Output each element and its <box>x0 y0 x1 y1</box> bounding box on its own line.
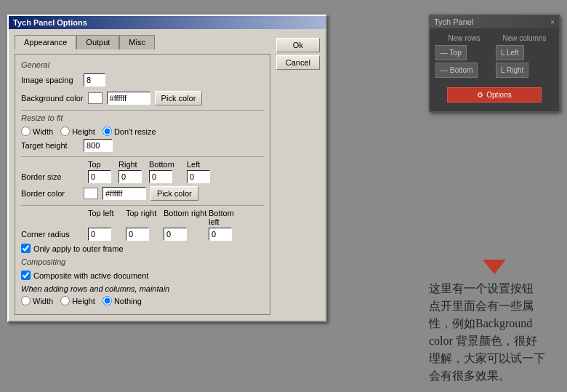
corner-bottom-right-input[interactable] <box>164 228 187 241</box>
annotation-block: 这里有一个设置按钮点开里面会有一些属性，例如Backgroundcolor 背景… <box>429 260 560 385</box>
resize-radio-group: Width Height Don't resize <box>21 127 264 136</box>
border-pick-color-button[interactable]: Pick color <box>150 186 198 201</box>
maintain-nothing-label: Nothing <box>114 297 142 305</box>
border-color-row: Border color Pick color <box>21 186 264 201</box>
corner-bottom-left-input[interactable] <box>209 228 232 241</box>
maintain-nothing-option[interactable]: Nothing <box>102 296 142 305</box>
main-dialog: Tych Panel Options Appearance Output Mis… <box>7 15 327 322</box>
gear-icon: ⚙ <box>477 91 483 99</box>
resize-height-option[interactable]: Height <box>60 127 95 136</box>
new-columns-header: New columns <box>496 34 553 42</box>
tab-appearance[interactable]: Appearance <box>15 35 76 49</box>
maintain-height-option[interactable]: Height <box>60 296 95 305</box>
down-arrow-icon <box>483 260 506 274</box>
target-height-row: Target height <box>21 139 264 152</box>
border-header: Top Right Bottom Left <box>21 160 264 169</box>
target-height-label: Target height <box>21 141 79 150</box>
tab-bar: Appearance Output Misc <box>15 35 270 49</box>
maintaining-section: When adding rows and columns, maintain W… <box>21 284 264 305</box>
only-outer-frame-label[interactable]: Only apply to outer frame <box>21 244 264 253</box>
corner-header: Top left Top right Bottom right Bottom l… <box>21 209 264 226</box>
border-bottom-input[interactable] <box>149 170 172 183</box>
corner-section: Top left Top right Bottom right Bottom l… <box>21 205 264 253</box>
border-size-row: Border size <box>21 170 264 183</box>
border-size-label: Border size <box>21 172 87 181</box>
right-button[interactable]: L Right <box>496 63 528 78</box>
target-height-input[interactable] <box>84 139 113 152</box>
top-button[interactable]: — Top <box>435 45 467 60</box>
bottom-button[interactable]: — Bottom <box>435 63 478 78</box>
corner-radius-row: Corner radius <box>21 228 264 241</box>
background-color-input[interactable] <box>107 92 150 105</box>
compositing-label: Compositing <box>21 257 264 266</box>
resize-width-radio[interactable] <box>21 127 31 136</box>
border-bottom-header: Bottom <box>149 160 185 169</box>
resize-dont-radio[interactable] <box>102 127 112 136</box>
border-left-input[interactable] <box>187 170 210 183</box>
compositing-section: Compositing Composite with active docume… <box>21 257 264 280</box>
annotation-text: 这里有一个设置按钮点开里面会有一些属性，例如Backgroundcolor 背景… <box>429 280 560 385</box>
tych-panel-window: Tych Panel × New rows — Top — Bottom New… <box>429 15 560 112</box>
border-top-header: Top <box>88 160 117 169</box>
maintain-nothing-radio[interactable] <box>102 296 112 305</box>
maintain-height-label: Height <box>72 297 95 305</box>
background-color-row: Background color Pick color <box>21 91 264 105</box>
border-color-input[interactable] <box>102 187 146 200</box>
resize-dont-label: Don't resize <box>114 127 156 136</box>
resize-width-option[interactable]: Width <box>21 127 53 136</box>
background-color-label: Background color <box>21 94 84 103</box>
tych-panel-title-bar: Tych Panel × <box>430 15 559 28</box>
corner-top-right-input[interactable] <box>126 228 149 241</box>
maintain-width-radio[interactable] <box>21 296 31 305</box>
border-color-swatch[interactable] <box>84 188 98 199</box>
resize-height-label: Height <box>72 127 95 136</box>
left-panel: Appearance Output Misc General Image spa… <box>15 35 270 315</box>
image-spacing-label: Image spacing <box>21 76 79 84</box>
only-outer-frame-checkbox[interactable] <box>21 244 31 253</box>
corner-top-left-header: Top left <box>88 209 124 226</box>
tab-output[interactable]: Output <box>76 35 119 49</box>
tych-panel-content: New rows — Top — Bottom New columns L Le… <box>430 28 559 111</box>
border-left-header: Left <box>187 160 216 169</box>
corner-bottom-right-header: Bottom right <box>164 209 207 226</box>
appearance-content: General Image spacing Background color P… <box>15 54 270 315</box>
composite-active-label[interactable]: Composite with active document <box>21 271 264 280</box>
maintaining-label: When adding rows and columns, maintain <box>21 284 264 293</box>
tych-panel-close-icon[interactable]: × <box>550 18 555 26</box>
border-top-input[interactable] <box>88 170 111 183</box>
border-section: Top Right Bottom Left Border size <box>21 156 264 201</box>
resize-section-label: Resize to fit <box>21 113 264 122</box>
maintain-width-label: Width <box>33 297 53 305</box>
left-button[interactable]: L Left <box>496 45 524 60</box>
new-rows-column: New rows — Top — Bottom <box>435 34 493 80</box>
composite-active-text: Composite with active document <box>33 271 148 280</box>
composite-active-checkbox[interactable] <box>21 271 31 280</box>
ok-button[interactable]: Ok <box>276 38 320 52</box>
maintain-width-option[interactable]: Width <box>21 296 53 305</box>
background-color-swatch[interactable] <box>88 92 102 104</box>
cancel-button[interactable]: Cancel <box>276 55 320 70</box>
new-columns-column: New columns L Left L Right <box>496 34 553 80</box>
dialog-content: Appearance Output Misc General Image spa… <box>9 29 326 321</box>
resize-dont-option[interactable]: Don't resize <box>102 127 156 136</box>
background-pick-color-button[interactable]: Pick color <box>155 91 203 105</box>
resize-height-radio[interactable] <box>60 127 70 136</box>
dialog-title-bar: Tych Panel Options <box>9 16 326 29</box>
maintain-height-radio[interactable] <box>60 296 70 305</box>
border-color-label: Border color <box>21 189 79 198</box>
corner-radius-label: Corner radius <box>21 230 87 239</box>
right-buttons-panel: Ok Cancel <box>276 35 320 315</box>
tab-misc[interactable]: Misc <box>119 35 155 49</box>
corner-top-left-input[interactable] <box>88 228 111 241</box>
border-right-input[interactable] <box>118 170 142 183</box>
image-spacing-input[interactable] <box>84 73 105 87</box>
general-section-label: General <box>21 60 264 69</box>
resize-width-label: Width <box>33 127 53 136</box>
resize-section: Resize to fit Width Height Don't resi <box>21 110 264 152</box>
panel-columns-grid: New rows — Top — Bottom New columns L Le… <box>435 34 553 80</box>
maintain-radio-group: Width Height Nothing <box>21 296 264 305</box>
options-button[interactable]: ⚙ Options <box>447 87 542 103</box>
only-outer-frame-text: Only apply to outer frame <box>33 244 124 253</box>
corner-bottom-left-header: Bottom left <box>209 209 245 226</box>
tych-panel-title-text: Tych Panel <box>434 17 473 26</box>
